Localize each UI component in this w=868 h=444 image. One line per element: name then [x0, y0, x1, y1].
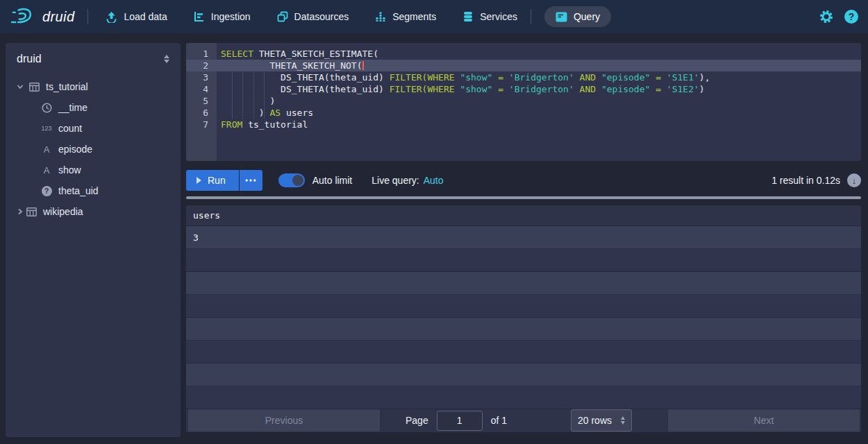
auto-limit-label: Auto limit [312, 175, 353, 186]
console-icon [556, 12, 567, 22]
line-number: 5 [186, 95, 217, 107]
complex-type-icon: ? [40, 186, 53, 196]
code-text: ) [217, 95, 275, 107]
run-bar: Run Auto limit Live query: Auto 1 result… [186, 166, 861, 194]
table-row[interactable]: 3 [186, 226, 861, 249]
sort-icon[interactable] [164, 55, 169, 63]
page-number-input[interactable] [437, 411, 483, 431]
sidebar-item-__time[interactable]: __time [6, 97, 181, 118]
editor-line-1[interactable]: 1SELECT THETA_SKETCH_ESTIMATE( [186, 48, 861, 60]
table-row-empty [186, 386, 861, 409]
editor-line-5[interactable]: 5 ) [186, 95, 861, 107]
page-count-label: of 1 [491, 415, 507, 426]
string-type-icon: A [40, 144, 53, 155]
sql-editor[interactable]: 1SELECT THETA_SKETCH_ESTIMATE(2 THETA_SK… [186, 43, 861, 161]
chevron-right-icon[interactable] [15, 208, 25, 215]
auto-limit-toggle[interactable] [278, 173, 305, 187]
page-size-value: 20 rows [578, 415, 612, 426]
schema-header: druid [6, 51, 181, 76]
druid-logo-icon [10, 6, 36, 28]
line-number: 6 [186, 107, 217, 119]
run-button[interactable]: Run [186, 170, 239, 191]
text-cursor [362, 61, 364, 70]
sidebar-item-episode[interactable]: A episode [6, 139, 181, 160]
chevron-down-icon[interactable] [15, 83, 25, 90]
select-caret-icon [621, 416, 625, 425]
editor-line-7[interactable]: 7FROM ts_tutorial [186, 119, 861, 130]
code-text: SELECT THETA_SKETCH_ESTIMATE( [217, 48, 378, 60]
nav-item-datasources[interactable]: Datasources [277, 11, 349, 22]
results-table-body: 3 [186, 226, 861, 409]
column-label: count [58, 123, 82, 134]
nav-item-services[interactable]: Services [462, 11, 517, 22]
editor-line-2[interactable]: 2 THETA_SKETCH_NOT( [186, 60, 861, 71]
column-header-users[interactable]: users [186, 205, 861, 226]
top-nav: druid Load data Ingestion Datasources [0, 0, 868, 33]
more-options-button[interactable] [240, 170, 262, 191]
nav-items: Load data Ingestion Datasources [106, 11, 517, 23]
nav-item-segments[interactable]: Segments [375, 11, 436, 22]
page-label: Page [406, 415, 428, 426]
settings-gear-icon[interactable] [819, 9, 834, 24]
next-page-button[interactable]: Next [668, 409, 860, 432]
nav-label: Services [480, 11, 517, 22]
ellipsis-icon [245, 179, 256, 182]
nav-item-ingestion[interactable]: Ingestion [194, 11, 251, 22]
code-text: ) AS users [217, 107, 313, 119]
result-info: 1 result in 0.12s ↓ [771, 173, 861, 187]
header-actions: ? [819, 9, 858, 24]
sidebar-item-ts_tutorial[interactable]: ts_tutorial [6, 76, 181, 97]
live-query-label: Live query: [372, 175, 419, 186]
result-text: 1 result in 0.12s [771, 175, 840, 186]
druid-logo[interactable]: druid [10, 6, 74, 28]
live-query-value[interactable]: Auto [424, 175, 444, 186]
table-row-empty [186, 295, 861, 318]
nav-label: Datasources [294, 11, 349, 22]
table-row-empty [186, 318, 861, 341]
upload-arrow-icon [106, 11, 117, 23]
sql-editor-lines: 1SELECT THETA_SKETCH_ESTIMATE(2 THETA_SK… [186, 43, 861, 130]
line-number: 7 [186, 119, 217, 130]
datasource-sidebar: druid ts_tutorial __time 123 count A epi… [6, 43, 181, 437]
line-number: 1 [186, 48, 217, 60]
nav-label: Load data [124, 11, 167, 22]
previous-page-button[interactable]: Previous [188, 409, 380, 432]
database-icon [462, 11, 474, 22]
layers-copy-icon [277, 11, 288, 22]
clock-icon [40, 103, 53, 113]
play-icon [197, 177, 201, 184]
editor-line-4[interactable]: 4 DS_THETA(theta_uid) FILTER(WHERE "show… [186, 83, 861, 95]
column-label: theta_uid [58, 185, 99, 196]
line-number: 2 [186, 60, 217, 71]
sidebar-item-theta_uid[interactable]: ? theta_uid [6, 180, 181, 201]
druid-console: { "header": { "brand": "druid", "nav_ite… [0, 0, 868, 444]
live-query-group: Live query: Auto [372, 175, 443, 186]
code-text: DS_THETA(theta_uid) FILTER(WHERE "show" … [217, 71, 710, 83]
datasource-label: wikipedia [43, 206, 83, 217]
download-icon[interactable]: ↓ [847, 173, 861, 187]
line-number: 4 [186, 83, 217, 95]
nav-item-load-data[interactable]: Load data [106, 11, 167, 23]
code-text: FROM ts_tutorial [217, 119, 308, 130]
column-label: show [58, 164, 81, 176]
page-size-select[interactable]: 20 rows [571, 409, 632, 432]
table-icon [25, 207, 37, 216]
editor-line-6[interactable]: 6 ) AS users [186, 107, 861, 119]
page-number-group: Page of 1 [406, 409, 507, 432]
nav-divider [531, 9, 531, 24]
table-row-empty [186, 341, 861, 364]
brand-name: druid [42, 9, 74, 25]
code-text: DS_THETA(theta_uid) FILTER(WHERE "show" … [217, 83, 705, 95]
nav-label: Segments [392, 11, 436, 22]
sidebar-item-show[interactable]: A show [6, 160, 181, 180]
sidebar-item-count[interactable]: 123 count [6, 118, 181, 139]
results-table: users 3 [186, 205, 861, 409]
editor-line-3[interactable]: 3 DS_THETA(theta_uid) FILTER(WHERE "show… [186, 71, 861, 83]
sidebar-item-wikipedia[interactable]: wikipedia [6, 201, 181, 222]
resize-splitter[interactable] [186, 196, 861, 199]
datasource-label: ts_tutorial [46, 81, 88, 92]
tab-query-active[interactable]: Query [544, 6, 611, 27]
table-row-empty [186, 364, 861, 386]
help-icon[interactable]: ? [844, 10, 858, 24]
bar-chart-icon [375, 11, 386, 22]
